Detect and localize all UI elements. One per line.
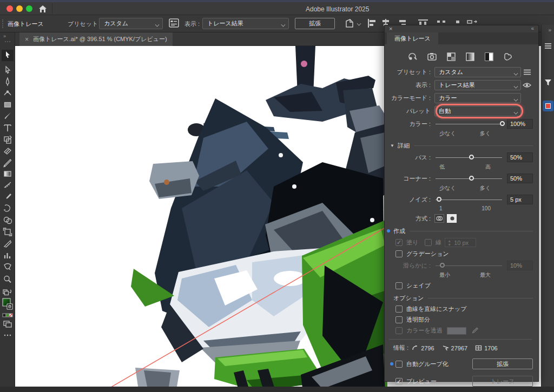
zoom-tool[interactable] bbox=[4, 276, 11, 283]
transparency-checkbox[interactable] bbox=[395, 316, 403, 323]
draw-mode-icon[interactable] bbox=[4, 321, 11, 327]
auto-color-preset-icon[interactable] bbox=[407, 52, 418, 62]
column-graph-tool[interactable] bbox=[5, 253, 10, 258]
close-window-button[interactable] bbox=[6, 5, 13, 12]
smooth-label: 滑らかに : bbox=[388, 262, 434, 270]
document-tab[interactable]: × 画像トレース.ai* @ 396.51 % (CMYK/プレビュー) bbox=[19, 32, 173, 46]
dock-menu-icon[interactable] bbox=[545, 42, 551, 50]
stepper-arrows-icon[interactable]: ▲▼ bbox=[447, 239, 451, 247]
detail-section-header[interactable]: ▼ 詳細 bbox=[390, 142, 533, 150]
filter-funnel-icon[interactable] bbox=[544, 79, 552, 86]
close-document-icon[interactable]: × bbox=[25, 36, 29, 43]
stroke-color-swatch[interactable] bbox=[7, 304, 12, 309]
view-eye-icon[interactable] bbox=[521, 82, 533, 88]
colors-value-field[interactable]: 100% bbox=[507, 119, 533, 129]
preview-checkbox[interactable] bbox=[395, 378, 403, 385]
swatch-panel-icon[interactable] bbox=[543, 101, 553, 111]
black-white-preset-icon[interactable] bbox=[484, 52, 494, 62]
shape-builder-tool[interactable] bbox=[4, 217, 12, 224]
corners-value-field[interactable]: 50% bbox=[507, 174, 533, 183]
grayscale-preset-icon[interactable] bbox=[465, 52, 475, 62]
low-color-preset-icon[interactable] bbox=[446, 52, 456, 62]
line-segment-tool[interactable] bbox=[4, 182, 11, 188]
direct-selection-tool[interactable] bbox=[6, 67, 10, 73]
noise-label: ノイズ : bbox=[388, 196, 434, 204]
tab-image-trace[interactable]: 画像トレース bbox=[387, 32, 438, 44]
minimize-window-button[interactable] bbox=[16, 5, 23, 12]
dock-expand-icon[interactable]: » bbox=[548, 27, 551, 33]
paths-label: パス : bbox=[388, 154, 434, 162]
noise-slider[interactable] bbox=[434, 196, 503, 203]
right-panel-dock: » bbox=[541, 25, 554, 387]
paintbrush-tool[interactable] bbox=[5, 112, 11, 119]
eraser-tool[interactable] bbox=[4, 148, 11, 154]
panel-collapse-icon[interactable]: « bbox=[531, 25, 534, 31]
eyedropper-icon[interactable] bbox=[471, 327, 478, 335]
color-mode-dropdown[interactable]: カラー bbox=[434, 93, 521, 103]
more-tools-icon[interactable] bbox=[4, 335, 11, 336]
high-color-preset-icon[interactable] bbox=[427, 52, 437, 62]
detail-section-label: 詳細 bbox=[398, 142, 410, 150]
method-abutting-button[interactable] bbox=[434, 214, 444, 223]
noise-value-field[interactable]: 5 px bbox=[507, 195, 533, 204]
outline-preset-icon[interactable] bbox=[503, 52, 513, 62]
expand-button-panel[interactable]: 拡張 bbox=[472, 358, 533, 369]
pen-tool[interactable] bbox=[6, 78, 9, 86]
corners-slider[interactable] bbox=[434, 175, 503, 182]
trace-panel-toggle-icon[interactable] bbox=[169, 18, 179, 28]
info-anchors-count: 27967 bbox=[451, 345, 468, 351]
shaper-tool[interactable] bbox=[4, 160, 11, 167]
preset-menu-icon[interactable] bbox=[521, 69, 533, 75]
snap-checkbox[interactable] bbox=[395, 305, 403, 313]
trace-button[interactable]: トレース bbox=[472, 376, 533, 387]
smooth-value-field[interactable]: 10% bbox=[507, 261, 533, 270]
paths-value-field[interactable]: 50% bbox=[507, 152, 533, 162]
artboard-icon[interactable] bbox=[344, 18, 355, 29]
expand-button-toolbar[interactable]: 拡張 bbox=[295, 18, 335, 29]
zoom-window-button[interactable] bbox=[26, 5, 32, 12]
shape-checkbox[interactable] bbox=[395, 282, 403, 289]
rotate-tool[interactable] bbox=[4, 205, 10, 211]
panel-view-dropdown[interactable]: トレース結果 bbox=[434, 80, 521, 90]
colors-min-label: 少なく bbox=[439, 130, 456, 137]
fills-checkbox[interactable] bbox=[395, 239, 403, 246]
tools-expand-icon[interactable]: » bbox=[3, 34, 5, 39]
eyedropper-tool[interactable] bbox=[6, 194, 12, 199]
home-icon[interactable] bbox=[38, 4, 48, 14]
preset-dropdown[interactable]: カスタム bbox=[99, 18, 163, 29]
autogroup-checkbox[interactable] bbox=[395, 361, 403, 368]
tools-grip[interactable] bbox=[5, 41, 10, 42]
color-mode-strip[interactable] bbox=[3, 314, 12, 317]
anchors-count-icon bbox=[442, 344, 449, 351]
view-dropdown[interactable]: トレース結果 bbox=[202, 18, 289, 29]
smooth-slider[interactable] bbox=[434, 262, 503, 269]
artboard-tool[interactable] bbox=[4, 228, 12, 236]
stroke-width-field[interactable]: ▲▼ 10 px bbox=[445, 238, 476, 247]
type-tool[interactable] bbox=[4, 125, 11, 131]
control-bar-grip[interactable] bbox=[2, 19, 4, 28]
slice-tool[interactable] bbox=[4, 241, 11, 247]
titlebar: Adobe Illustrator 2025 bbox=[0, 2, 554, 15]
palette-label: パレット bbox=[388, 107, 434, 115]
curvature-tool[interactable] bbox=[4, 91, 11, 95]
ignore-color-swatch[interactable] bbox=[447, 327, 466, 335]
colors-slider-row: カラー : 100% bbox=[388, 119, 533, 129]
panel-close-icon[interactable]: × bbox=[389, 25, 392, 32]
free-transform-tool[interactable] bbox=[4, 136, 11, 143]
live-paint-tool[interactable] bbox=[4, 264, 11, 270]
strokes-checkbox[interactable] bbox=[425, 239, 432, 246]
colors-slider[interactable] bbox=[434, 121, 503, 128]
color-mode-row: カラーモード : カラー bbox=[388, 93, 533, 103]
rectangle-tool[interactable] bbox=[5, 103, 11, 108]
panel-preset-dropdown[interactable]: カスタム bbox=[434, 67, 521, 77]
palette-dropdown[interactable]: 自動 bbox=[434, 106, 521, 116]
gradient-tool[interactable] bbox=[4, 171, 11, 176]
align-left-icon[interactable] bbox=[367, 18, 377, 28]
swap-fill-stroke-icon[interactable] bbox=[3, 290, 11, 295]
fills-label: 塗り bbox=[406, 238, 418, 247]
ignore-color-checkbox[interactable] bbox=[395, 327, 403, 334]
paths-slider[interactable] bbox=[434, 154, 503, 161]
info-paths: 2796 bbox=[412, 344, 434, 351]
gradation-checkbox[interactable] bbox=[395, 250, 403, 257]
method-overlapping-button[interactable] bbox=[447, 214, 457, 223]
